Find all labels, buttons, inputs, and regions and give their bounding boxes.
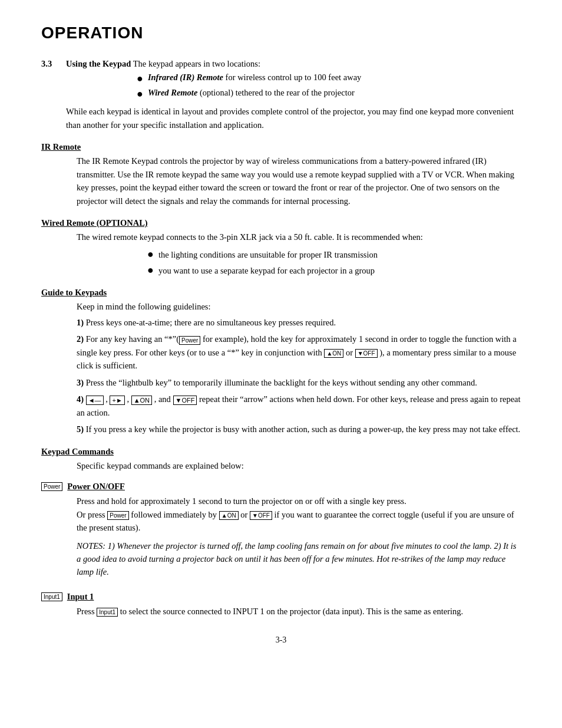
section-content: Using the Keypad The keypad appears in t… [66, 59, 521, 131]
section-using-keypad-intro: The keypad appears in two locations: [133, 59, 260, 68]
input1-command-title: Input 1 [67, 592, 94, 602]
bullet-dot-ir: ● [137, 73, 143, 85]
list-item-lighting: ● the lighting conditions are unsuitable… [147, 248, 521, 261]
keypad-locations-list: ● Infrared (IR) Remote for wireless cont… [137, 73, 521, 100]
step-4: 4) ◄— , +► , ▲ON , and ▼OFF repeat their… [77, 393, 521, 419]
wired-remote-section: Wired Remote (OPTIONAL) The wired remote… [41, 218, 521, 277]
power-notes: NOTES: 1) Whenever the projector is turn… [77, 539, 521, 579]
guide-keypads-section: Guide to Keypads Keep in mind the follow… [41, 288, 521, 436]
guide-keypads-title: Guide to Keypads [41, 288, 107, 297]
power-body1: Press and hold for approximately 1 secon… [77, 495, 521, 508]
input1-key-inline: Input1 [97, 608, 118, 617]
input1-command-section: Input1 Input 1 Press Input1 to select th… [41, 592, 521, 618]
section-using-keypad-header: Using the Keypad [66, 59, 131, 68]
aon-key-step2: ▲ON [324, 349, 343, 358]
list-item-separate-keypad: ● you want to use a separate keypad for … [147, 264, 521, 277]
power-command-title: Power ON/OFF [67, 482, 125, 492]
keypad-commands-intro: Specific keypad commands are explained b… [77, 459, 521, 472]
input1-command-body: Press Input1 to select the source connec… [77, 605, 521, 618]
guide-keypads-body: Keep in mind the following guidelines: 1… [77, 300, 521, 436]
wired-remote-text: Wired Remote (optional) tethered to the … [148, 88, 355, 98]
power-command-body: Press and hold for approximately 1 secon… [77, 495, 521, 534]
section-33: 3.3 Using the Keypad The keypad appears … [41, 59, 521, 131]
step-3: 3) Press the “lightbulb key” to temporar… [77, 376, 521, 389]
page-footer: 3-3 [41, 635, 521, 645]
off-key-step4: ▼OFF [173, 396, 197, 405]
page-number: 3-3 [276, 635, 287, 644]
numbered-steps: 1) Press keys one-at-a-time; there are n… [77, 316, 521, 436]
ir-remote-section: IR Remote The IR Remote Keypad controls … [41, 142, 521, 207]
power-body2: Or press Power followed immediately by ▲… [77, 508, 521, 535]
power-command-section: Power Power ON/OFF Press and hold for ap… [41, 482, 521, 579]
aon-key-step4: ▲ON [131, 396, 152, 405]
keypad-commands-section: Keypad Commands Specific keypad commands… [41, 447, 521, 472]
power-key-step2: Power [179, 336, 200, 345]
list-item-wired: ● Wired Remote (optional) tethered to th… [137, 88, 521, 101]
list-item-ir: ● Infrared (IR) Remote for wireless cont… [137, 73, 521, 85]
step-1: 1) Press keys one-at-a-time; there are n… [77, 316, 521, 329]
bullet-dot-wired: ● [137, 88, 143, 101]
wired-remote-body: The wired remote keypad connects to the … [77, 230, 521, 277]
page-title: OPERATION [41, 24, 521, 42]
section-number: 3.3 [41, 59, 60, 131]
off-key-body2: ▼OFF [250, 511, 272, 520]
ir-remote-text: Infrared (IR) Remote for wireless contro… [148, 73, 361, 83]
power-key-body2: Power [107, 511, 128, 520]
aon-key-body2: ▲ON [219, 511, 239, 520]
back-key: ◄— [86, 396, 104, 405]
guide-intro: Keep in mind the following guidelines: [77, 300, 521, 313]
wired-remote-title: Wired Remote (OPTIONAL) [41, 218, 148, 228]
input1-key-cmd: Input1 [41, 592, 62, 601]
fwd-key: +► [110, 396, 124, 405]
ir-remote-body: The IR Remote Keypad controls the projec… [77, 154, 521, 207]
keypad-commands-title: Keypad Commands [41, 447, 114, 456]
wired-remote-bullets: ● the lighting conditions are unsuitable… [147, 248, 521, 277]
keypad-follow-text: While each keypad is identical in layout… [66, 105, 521, 131]
step-5: 5) If you press a key while the projecto… [77, 423, 521, 436]
step-2: 2) For any key having an “*”(Power for e… [77, 332, 521, 372]
power-key-cmd: Power [41, 482, 62, 491]
ir-remote-title: IR Remote [41, 142, 81, 151]
off-key-step2: ▼OFF [355, 349, 378, 358]
